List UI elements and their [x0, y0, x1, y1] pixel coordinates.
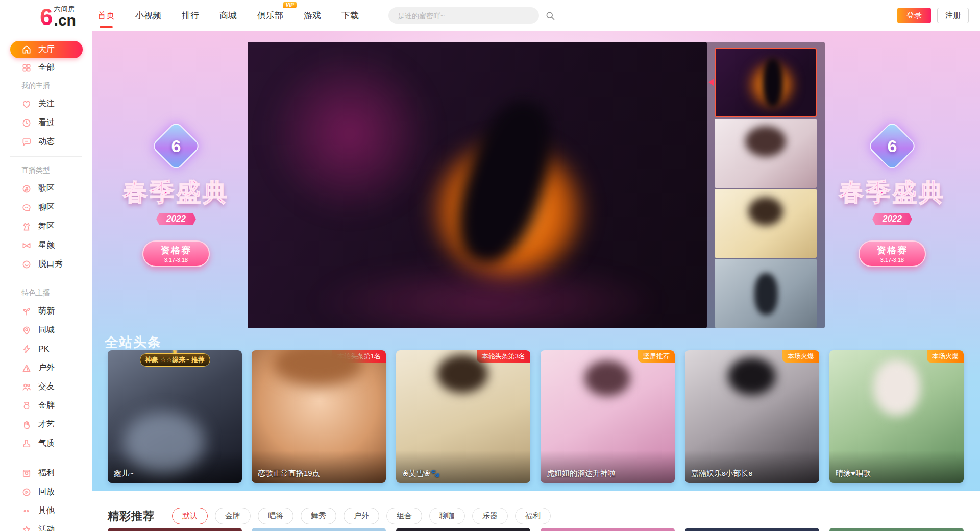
selected-thumb-arrow-icon [708, 79, 714, 86]
nav-mall[interactable]: 商城 [219, 7, 237, 25]
nav-home[interactable]: 首页 [97, 7, 115, 25]
sidebar: 大厅 全部 我的主播 关注 看过 动态 直播类型 歌区 聊区 舞区 星颜 脱口秀… [0, 31, 92, 531]
sidebar-item-replay[interactable]: 回放 [0, 482, 92, 501]
player-floor-glow [309, 261, 666, 328]
sidebar-item-talkshow[interactable]: 脱口秀 [0, 255, 92, 274]
filter-chat[interactable]: 聊咖 [429, 508, 465, 524]
sidebar-item-hall[interactable]: 大厅 [10, 41, 83, 58]
sidebar-item-welfare[interactable]: 福利 [0, 464, 92, 482]
live-card[interactable]: 本轮头条第3名 ❀艾雪❀🐾 [396, 350, 530, 483]
register-button[interactable]: 注册 [937, 8, 969, 23]
nav-short-video[interactable]: 小视频 [135, 7, 161, 25]
streamer-name: 虎妞妞的溜达升神啦 [547, 469, 616, 478]
stream-thumbnail-selected[interactable] [715, 48, 817, 117]
live-card[interactable]: 本轮头条第1名 恋歌正常直播19点 [252, 350, 386, 483]
festival-logo-icon: 6 [151, 121, 202, 172]
live-card[interactable]: 竖屏推荐 虎妞妞的溜达升神啦 [541, 350, 675, 483]
festival-title: 春季盛典 [105, 176, 248, 209]
sidebar-item-pk[interactable]: PK [0, 340, 92, 358]
nav-games[interactable]: 游戏 [304, 7, 321, 25]
stream-thumbnail[interactable] [715, 189, 817, 258]
filter-welfare[interactable]: 福利 [515, 508, 551, 524]
sidebar-item-star-face[interactable]: 星颜 [0, 236, 92, 255]
streamer-name: 晴缘♥唱歌 [836, 469, 871, 478]
vip-badge: VIP [283, 2, 297, 8]
music-icon [21, 184, 32, 194]
live-card[interactable]: 本场火爆 嘉瀚娱乐ʚ小部长ɞ [685, 350, 819, 483]
filter-gold[interactable]: 金牌 [215, 508, 251, 524]
sidebar-group-live-types: 直播类型 [0, 162, 92, 179]
logo-number: 6 [40, 7, 53, 27]
site-logo[interactable]: 6 六间房 .cn [40, 5, 76, 27]
filter-default[interactable]: 默认 [172, 508, 208, 524]
sidebar-item-song[interactable]: 歌区 [0, 179, 92, 198]
sidebar-item-friends[interactable]: 交友 [0, 377, 92, 396]
card-badge: 竖屏推荐 [638, 350, 675, 363]
filter-group[interactable]: 组合 [386, 508, 422, 524]
divider [10, 156, 82, 157]
search-icon[interactable] [545, 11, 555, 21]
sidebar-item-dance[interactable]: 舞区 [0, 217, 92, 236]
nav-download[interactable]: 下载 [341, 7, 359, 25]
festival-stage-badge[interactable]: 资格赛 3.17-3.18 [142, 240, 210, 267]
divider [10, 458, 82, 458]
sidebar-item-same-city[interactable]: 同城 [0, 321, 92, 340]
next-row-card-edge [541, 528, 675, 531]
nav-club[interactable]: 俱乐部VIP [257, 7, 283, 25]
stream-thumbnail[interactable] [715, 259, 817, 328]
boot-icon [21, 439, 32, 449]
sidebar-group-my-streamers: 我的主播 [0, 77, 92, 94]
headline-section-title: 全站头条 [105, 333, 162, 351]
filter-dance[interactable]: 舞秀 [301, 508, 336, 524]
sidebar-item-other[interactable]: 其他 [0, 501, 92, 520]
live-player[interactable] [248, 42, 707, 328]
card-badge: 本轮头条第1名 [332, 350, 386, 363]
live-card[interactable]: 神豪 ☆☆缘来~ 推荐 鑫儿~ [108, 350, 242, 483]
tent-icon [21, 363, 32, 373]
nav-ranking[interactable]: 排行 [182, 7, 199, 25]
bolt-icon [21, 344, 32, 354]
streamer-name: ❀艾雪❀🐾 [402, 469, 440, 478]
stream-thumbnail[interactable] [715, 119, 817, 188]
sprout-icon [21, 306, 32, 317]
main-content: 6 春季盛典 2022 资格赛 3.17-3.18 6 春季盛典 2022 资格… [92, 31, 980, 491]
card-badge: 本轮头条第3名 [477, 350, 530, 363]
clock-icon [21, 118, 32, 128]
gift-icon [21, 468, 32, 478]
grid-icon [21, 63, 32, 73]
sidebar-item-outdoor[interactable]: 户外 [0, 358, 92, 377]
search-input[interactable] [388, 7, 539, 24]
sidebar-item-feed[interactable]: 动态 [0, 132, 92, 151]
main-nav: 首页 小视频 排行 商城 俱乐部VIP 游戏 下载 [97, 7, 359, 25]
filter-singer[interactable]: 唱将 [258, 508, 293, 524]
sidebar-item-newbie[interactable]: 萌新 [0, 302, 92, 321]
live-card[interactable]: 本场火爆 晴缘♥唱歌 [829, 350, 964, 483]
festival-title: 春季盛典 [821, 176, 964, 209]
sidebar-item-follow[interactable]: 关注 [0, 94, 92, 113]
sidebar-item-activity[interactable]: 活动 [0, 520, 92, 531]
sidebar-item-all[interactable]: 全部 [0, 58, 92, 77]
filter-outdoor[interactable]: 户外 [344, 508, 379, 524]
bowtie-icon [21, 240, 32, 251]
sidebar-item-style[interactable]: 气质 [0, 434, 92, 453]
next-row-card-edge [829, 528, 964, 531]
festival-year: 2022 [156, 213, 196, 225]
search-box [388, 7, 555, 24]
sidebar-item-watched[interactable]: 看过 [0, 113, 92, 132]
festival-banner-right: 6 春季盛典 2022 资格赛 3.17-3.18 [821, 128, 964, 267]
sidebar-item-gold-medal[interactable]: 金牌 [0, 396, 92, 415]
sidebar-item-chat-zone[interactable]: 聊区 [0, 198, 92, 217]
login-button[interactable]: 登录 [897, 8, 931, 23]
card-badge: 神豪 ☆☆缘来~ 推荐 [139, 353, 210, 367]
dress-icon [21, 222, 32, 232]
recommend-title: 精彩推荐 [108, 509, 155, 524]
heart-icon [21, 99, 32, 109]
sidebar-item-talent[interactable]: 才艺 [0, 415, 92, 434]
festival-stage-badge[interactable]: 资格赛 3.17-3.18 [859, 240, 926, 267]
auth-buttons: 登录 注册 [897, 8, 969, 23]
play-icon [21, 487, 32, 497]
festival-year: 2022 [872, 213, 912, 225]
card-badge: 本场火爆 [782, 350, 819, 363]
filter-instrument[interactable]: 乐器 [472, 508, 508, 524]
sidebar-group-featured: 特色主播 [0, 284, 92, 302]
